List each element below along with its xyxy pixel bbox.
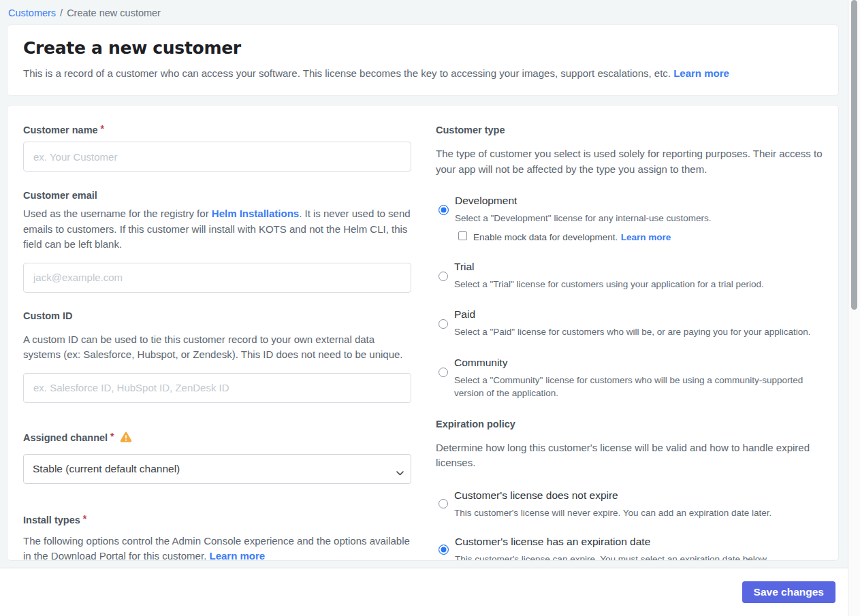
development-radio[interactable] bbox=[439, 205, 449, 215]
license-does-not-expire-radio[interactable] bbox=[439, 499, 448, 508]
action-footer: Save changes bbox=[0, 568, 860, 616]
customer-email-label-text: Customer email bbox=[23, 189, 97, 201]
has-expiration-option-label: Customer's license has an expiration dat… bbox=[455, 536, 769, 548]
expiration-policy-label-text: Expiration policy bbox=[436, 418, 515, 430]
customer-type-option-paid: Paid Select a "Paid" license for custome… bbox=[436, 308, 824, 339]
custom-id-label-text: Custom ID bbox=[23, 310, 73, 322]
page-title: Create a new customer bbox=[23, 38, 823, 58]
customer-type-label-text: Customer type bbox=[436, 124, 505, 136]
custom-id-input[interactable] bbox=[23, 373, 411, 403]
form-card: Customer name * Customer email Used as t… bbox=[7, 105, 839, 561]
trial-option-description: Select a "Trial" license for customers u… bbox=[454, 278, 764, 291]
page-description-text: This is a record of a customer who can a… bbox=[23, 67, 671, 79]
form-left-column: Customer name * Customer email Used as t… bbox=[23, 124, 411, 561]
development-option-label: Development bbox=[455, 195, 712, 207]
no-expire-option-description: This customer's license will never expir… bbox=[454, 506, 771, 520]
expiration-policy-options: Customer's license does not expire This … bbox=[436, 489, 824, 561]
customer-email-description: Used as the username for the registry fo… bbox=[23, 206, 411, 253]
breadcrumb-customers-link[interactable]: Customers bbox=[8, 7, 56, 18]
paid-radio[interactable] bbox=[439, 319, 448, 329]
install-types-description: The following options control the Admin … bbox=[23, 534, 411, 562]
header-learn-more-link[interactable]: Learn more bbox=[673, 67, 729, 79]
save-changes-button[interactable]: Save changes bbox=[742, 581, 835, 603]
mock-data-checkbox-label: Enable mock data for development. bbox=[473, 232, 618, 242]
breadcrumb-current: Create new customer bbox=[67, 7, 161, 18]
customer-name-label: Customer name * bbox=[23, 124, 411, 136]
customer-email-input[interactable] bbox=[23, 263, 411, 293]
community-radio[interactable] bbox=[439, 368, 448, 377]
header-card: Create a new customer This is a record o… bbox=[7, 25, 839, 96]
customer-email-label: Customer email bbox=[23, 189, 411, 201]
mock-data-learn-more-link[interactable]: Learn more bbox=[621, 232, 671, 242]
community-option-description: Select a "Community" license for custome… bbox=[454, 374, 824, 400]
customer-type-option-development: Development Select a "Development" licen… bbox=[436, 195, 824, 243]
license-has-expiration-radio[interactable] bbox=[439, 545, 449, 555]
expiration-option-no-expire: Customer's license does not expire This … bbox=[436, 489, 824, 520]
customer-name-required-asterisk: * bbox=[101, 123, 104, 135]
has-expiration-option-description: This customer's license can expire. You … bbox=[455, 553, 769, 561]
custom-id-description: A custom ID can be used to tie this cust… bbox=[23, 332, 411, 363]
community-option-label: Community bbox=[454, 357, 824, 369]
customer-email-desc-before: Used as the username for the registry fo… bbox=[23, 208, 212, 219]
customer-type-option-community: Community Select a "Community" license f… bbox=[436, 357, 824, 400]
expiration-option-has-date: Customer's license has an expiration dat… bbox=[436, 536, 824, 561]
install-types-label: Install types * bbox=[23, 514, 411, 526]
customer-type-option-trial: Trial Select a "Trial" license for custo… bbox=[436, 261, 824, 291]
breadcrumb: Customers/Create new customer bbox=[0, 0, 860, 25]
customer-name-input[interactable] bbox=[23, 142, 411, 172]
mock-data-row: Enable mock data for development. Learn … bbox=[458, 231, 712, 243]
paid-option-label: Paid bbox=[454, 308, 811, 321]
customer-type-options: Development Select a "Development" licen… bbox=[436, 195, 824, 400]
form-right-column: Customer type The type of customer you s… bbox=[436, 124, 824, 561]
install-types-learn-more-link[interactable]: Learn more bbox=[209, 550, 265, 561]
helm-installations-link[interactable]: Helm Installations bbox=[212, 208, 299, 219]
create-customer-page: Customers/Create new customer Create a n… bbox=[0, 0, 860, 616]
install-types-label-text: Install types bbox=[23, 514, 80, 526]
warning-icon bbox=[120, 432, 132, 445]
assigned-channel-required-asterisk: * bbox=[110, 430, 114, 442]
custom-id-label: Custom ID bbox=[23, 310, 411, 322]
customer-type-label: Customer type bbox=[436, 124, 824, 136]
trial-radio[interactable] bbox=[439, 272, 448, 281]
assigned-channel-label: Assigned channel * bbox=[23, 431, 411, 444]
breadcrumb-separator: / bbox=[60, 7, 63, 18]
expiration-policy-description: Determine how long this customer's licen… bbox=[436, 440, 824, 471]
customer-type-description: The type of customer you select is used … bbox=[436, 146, 824, 177]
customer-name-label-text: Customer name bbox=[23, 124, 98, 136]
scrollbar-thumb[interactable] bbox=[851, 0, 857, 310]
no-expire-option-label: Customer's license does not expire bbox=[454, 489, 771, 502]
enable-mock-data-checkbox[interactable] bbox=[458, 231, 467, 240]
assigned-channel-select-wrap: Stable (current default channel) bbox=[23, 454, 411, 484]
development-option-description: Select a "Development" license for any i… bbox=[455, 212, 712, 225]
assigned-channel-label-text: Assigned channel bbox=[23, 432, 108, 444]
trial-option-label: Trial bbox=[454, 261, 764, 273]
paid-option-description: Select a "Paid" license for customers wh… bbox=[454, 325, 811, 339]
page-description: This is a record of a customer who can a… bbox=[23, 66, 823, 80]
expiration-policy-label: Expiration policy bbox=[436, 418, 824, 430]
install-types-required-asterisk: * bbox=[83, 513, 86, 525]
assigned-channel-select[interactable]: Stable (current default channel) bbox=[23, 454, 411, 484]
